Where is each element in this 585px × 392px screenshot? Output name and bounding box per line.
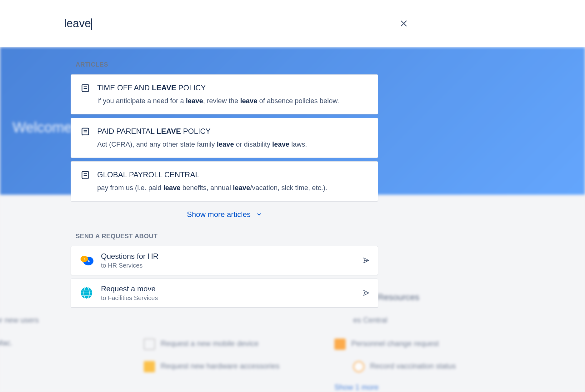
request-section-header: SEND A REQUEST ABOUT [71,233,378,240]
close-button[interactable] [398,17,410,30]
questions-for-hr-icon: Q & [79,253,94,268]
request-content: Request a move to Facilities Services [101,284,363,302]
article-description: If you anticipate a need for a leave, re… [97,96,368,106]
request-title: Questions for HR [101,252,363,261]
search-overlay: leave ARTICLES TIME OFF A [0,0,585,392]
article-icon [80,170,90,180]
article-result[interactable]: TIME OFF AND LEAVE POLICY If you anticip… [71,74,378,114]
request-item[interactable]: Q & Questions for HR to HR Services [71,246,378,275]
article-icon [80,83,90,93]
search-results: ARTICLES TIME OFF AND LEAVE POLICY If yo… [71,61,378,311]
request-title: Request a move [101,284,363,293]
article-description: pay from us (i.e. paid leave benefits, a… [97,183,368,193]
svg-rect-8 [82,172,88,178]
article-icon [80,127,90,137]
search-bar: leave [0,0,585,47]
article-result[interactable]: PAID PARENTAL LEAVE POLICY Act (CFRA), a… [71,118,378,158]
request-a-move-icon [79,285,94,300]
show-more-label: Show more articles [187,210,251,219]
svg-text:&: & [88,260,90,263]
search-query-text: leave [64,17,91,30]
article-content: GLOBAL PAYROLL CENTRAL pay from us (i.e.… [97,170,368,193]
request-destination: to HR Services [101,262,363,269]
article-title: GLOBAL PAYROLL CENTRAL [97,170,368,179]
close-icon [399,19,408,28]
show-more-articles: Show more articles [71,210,378,219]
show-more-articles-link[interactable]: Show more articles [187,210,262,219]
article-description: Act (CFRA), and any other state family l… [97,140,368,149]
article-title: TIME OFF AND LEAVE POLICY [97,83,368,93]
request-item[interactable]: Request a move to Facilities Services [71,279,378,308]
send-icon [363,257,370,264]
svg-text:Q: Q [84,258,86,261]
svg-rect-5 [82,128,88,135]
article-content: TIME OFF AND LEAVE POLICY If you anticip… [97,83,368,106]
search-input[interactable]: leave [64,17,398,30]
article-title: PAID PARENTAL LEAVE POLICY [97,126,368,136]
article-content: PAID PARENTAL LEAVE POLICY Act (CFRA), a… [97,126,368,149]
request-content: Questions for HR to HR Services [101,252,363,269]
svg-rect-2 [82,85,88,91]
request-destination: to Facilities Services [101,294,363,302]
text-cursor [91,18,92,30]
send-icon [363,289,370,296]
chevron-down-icon [256,212,262,217]
article-result[interactable]: GLOBAL PAYROLL CENTRAL pay from us (i.e.… [71,161,378,201]
articles-section-header: ARTICLES [71,61,378,68]
